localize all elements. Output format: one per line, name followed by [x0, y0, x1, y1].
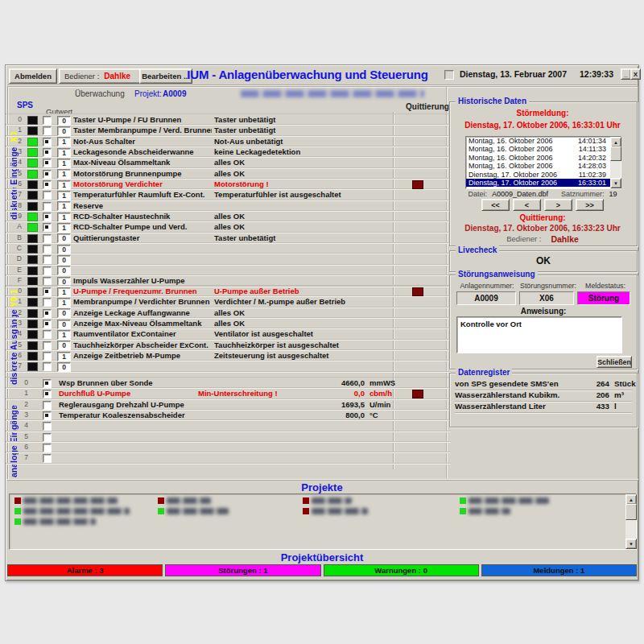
nav-prev-button[interactable]: <: [513, 199, 541, 211]
signal-name: Reglerausgang Drehzahl U-Pumpe: [59, 400, 196, 409]
enable-checkbox[interactable]: [43, 411, 52, 420]
record-value: 19: [609, 190, 617, 198]
scroll-down-icon[interactable]: ▼: [625, 539, 637, 549]
quittierung-column-label: Quittierung: [406, 102, 449, 111]
row-index: 6: [9, 180, 22, 188]
table-row: D0: [6, 254, 451, 264]
history-scrollbar[interactable]: ▲▼: [610, 137, 621, 188]
projects-listbox[interactable]: ▲ ▼: [9, 493, 637, 550]
fault-instruction-group: Störungsanweisung Anlagennummer: Störung…: [449, 275, 638, 369]
signal-name: Tauchheizkörper Abscheider ExCont.: [73, 341, 212, 349]
gutwert-checkbox[interactable]: [43, 255, 52, 264]
gutwert-checkbox[interactable]: [43, 138, 52, 147]
close-button[interactable]: X: [630, 68, 641, 80]
history-entry[interactable]: Montag, 16. Oktober 200614:11:33: [466, 145, 621, 153]
gutwert-checkbox[interactable]: [43, 245, 52, 254]
signal-status: Ventilator ist ausgeschaltet: [214, 329, 390, 338]
enable-checkbox[interactable]: [43, 433, 52, 442]
gutwert-checkbox[interactable]: [43, 287, 52, 296]
signal-status: Taster unbetätigt: [214, 233, 390, 242]
project-name-redacted[interactable]: [23, 497, 118, 504]
gutwert-checkbox[interactable]: [43, 126, 52, 135]
enable-checkbox[interactable]: [43, 454, 52, 463]
gutwert-checkbox[interactable]: [43, 116, 52, 125]
project-name-redacted[interactable]: [312, 497, 352, 504]
register-value: 433: [597, 402, 609, 411]
status-led: [27, 191, 38, 200]
nav-first-button[interactable]: <<: [481, 199, 510, 211]
nav-last-button[interactable]: >>: [576, 199, 604, 211]
nav-next-button[interactable]: >: [544, 199, 572, 211]
project-name-redacted[interactable]: [167, 497, 211, 504]
row-index: 2: [9, 308, 22, 316]
gutwert-checkbox[interactable]: [43, 223, 52, 232]
table-row: 41Max-Niveau Ölsammeltankalles OK: [6, 157, 451, 167]
livecheck-title: Livecheck: [456, 246, 499, 254]
close-instruction-button[interactable]: Schließen: [597, 356, 632, 368]
logout-button[interactable]: Abmelden: [9, 68, 57, 84]
status-led: [27, 116, 38, 125]
project-number: A0009: [163, 89, 186, 98]
row-index: 3: [15, 411, 28, 419]
signal-status: alles OK: [214, 308, 390, 317]
gutwert-checkbox[interactable]: [43, 352, 52, 361]
project-name-redacted[interactable]: [23, 508, 130, 514]
project-status-icon: [460, 497, 466, 504]
gutwert-checkbox[interactable]: [43, 320, 52, 328]
project-name-redacted[interactable]: [23, 518, 96, 525]
project-name-redacted[interactable]: [469, 508, 510, 514]
gutwert-value: 1: [57, 352, 71, 361]
history-entry[interactable]: Dienstag, 17. Oktober 200611:02:39: [466, 171, 621, 179]
gutwert-checkbox[interactable]: [43, 170, 52, 179]
project-status-icon: [303, 508, 309, 514]
scroll-down-icon[interactable]: ▼: [610, 178, 621, 188]
enable-checkbox[interactable]: [43, 444, 52, 452]
ack-operator-name: Dahlke: [551, 234, 578, 244]
gutwert-checkbox[interactable]: [43, 309, 52, 318]
gutwert-checkbox[interactable]: [43, 330, 52, 339]
checkbox-dot: [45, 172, 48, 175]
register-row: von SPS gesendete SMS'en264Stück: [455, 379, 632, 390]
gutwert-checkbox[interactable]: [43, 202, 52, 211]
gutwert-checkbox[interactable]: [43, 362, 52, 371]
ack-indicator[interactable]: [412, 180, 423, 189]
row-index: 5: [15, 432, 28, 440]
project-name-redacted[interactable]: [469, 497, 549, 504]
project-name-redacted: [241, 90, 424, 97]
history-entry[interactable]: Dienstag, 17. Oktober 200616:33:01: [466, 179, 621, 187]
tab-ueberwachung[interactable]: Überwachung: [75, 89, 125, 98]
history-listbox[interactable]: Montag, 16. Oktober 200614:01:34Montag, …: [465, 136, 621, 189]
gutwert-value: 1: [57, 169, 71, 179]
enable-checkbox[interactable]: [43, 379, 52, 388]
analog-value: 0,0: [302, 389, 365, 398]
gutwert-checkbox[interactable]: [43, 213, 52, 221]
edit-button[interactable]: Bearbeiten ...: [139, 68, 192, 84]
enable-checkbox[interactable]: [43, 390, 52, 398]
enable-checkbox[interactable]: [43, 422, 52, 431]
history-entry[interactable]: Montag, 16. Oktober 200614:01:34: [466, 137, 621, 145]
gutwert-checkbox[interactable]: [43, 266, 52, 275]
project-status-icon: [14, 518, 21, 525]
gutwert-checkbox[interactable]: [43, 298, 52, 307]
gutwert-checkbox[interactable]: [43, 148, 52, 157]
projects-scrollbar-thumb[interactable]: [625, 504, 637, 520]
gutwert-checkbox[interactable]: [43, 234, 52, 243]
gutwert-checkbox[interactable]: [43, 159, 52, 167]
enable-checkbox[interactable]: [43, 401, 52, 410]
project-status-icon: [14, 508, 21, 514]
history-scrollbar-thumb[interactable]: [610, 147, 621, 161]
project-name-redacted[interactable]: [312, 508, 368, 514]
project-name-redacted[interactable]: [167, 508, 229, 514]
gutwert-checkbox[interactable]: [43, 191, 52, 200]
gutwert-checkbox[interactable]: [43, 180, 52, 189]
toolbar-checkbox[interactable]: [444, 70, 454, 80]
projects-scrollbar[interactable]: ▲ ▼: [625, 494, 636, 549]
signal-status: alles OK: [214, 169, 390, 178]
ack-indicator[interactable]: [412, 287, 423, 296]
ack-indicator[interactable]: [412, 390, 423, 398]
register-row: Wasserzählerstand Liter433l: [455, 402, 632, 413]
checkbox-dot: [45, 290, 48, 293]
history-entry[interactable]: Montag, 16. Oktober 200614:28:03: [466, 162, 621, 170]
history-entry[interactable]: Montag, 16. Oktober 200614:20:32: [466, 154, 621, 162]
gutwert-checkbox[interactable]: [43, 341, 52, 350]
